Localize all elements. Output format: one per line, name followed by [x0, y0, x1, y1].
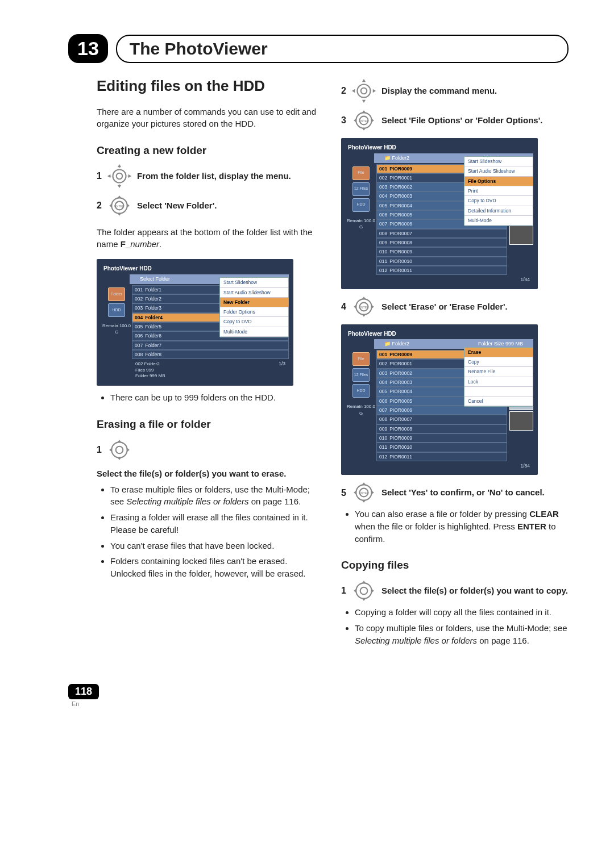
bullet: Folders containing locked files can't be… — [110, 555, 324, 580]
ss-side-icon: 12 Files — [352, 368, 370, 382]
bullet: Copying a folder will copy all the files… — [355, 606, 569, 619]
ss-side-icon: File — [352, 352, 370, 366]
ss-file-row: 012PIOR0011 — [376, 266, 507, 275]
svg-point-7 — [357, 84, 370, 97]
ss-file-row: 009PIOR0008 — [376, 238, 507, 247]
ss-side-icon: File — [352, 166, 370, 180]
ss-side-icon: HDD — [352, 384, 370, 398]
chapter-title: The PhotoViewer — [130, 39, 268, 58]
svg-point-1 — [117, 173, 123, 179]
svg-text:ENTER: ENTER — [359, 306, 369, 309]
copy-step-1: 1 Select the file(s) or folder(s) you wa… — [341, 579, 569, 603]
step-number: 1 — [97, 169, 102, 182]
svg-text:ENTER: ENTER — [359, 491, 369, 495]
ss-side-icon: 12 Files — [352, 182, 370, 196]
create-step-1: 1 From the folder list, display the menu… — [97, 164, 324, 188]
ss-title: PhotoViewer HDD — [346, 329, 533, 340]
erase-step-1: 1 Select the file(s) or folder(s) you wa… — [97, 438, 324, 480]
ss-menu-item: Folder Options — [220, 307, 288, 317]
right-step-3: 3 ENTER Select 'File Options' or 'Folder… — [341, 108, 569, 132]
ss-title: PhotoViewer HDD — [101, 264, 289, 274]
step-number: 5 — [341, 486, 346, 499]
ss-menu-item: New Folder — [220, 298, 288, 307]
erase-bullets: To erase multiple files or folders, use … — [102, 483, 324, 580]
ss-file-row: 011PIOR0010 — [376, 257, 507, 266]
enter-icon: ENTER — [352, 295, 376, 319]
ss-file-row: 010PIOR0009 — [376, 433, 507, 443]
ss-menu-item: Rename File — [464, 367, 533, 377]
bullet: To erase multiple files or folders, use … — [110, 483, 324, 508]
step-text: Select the file(s) or folder(s) you want… — [97, 468, 286, 480]
page-number: 118 — [68, 684, 99, 699]
ss-file-row: 010PIOR0009 — [376, 247, 507, 256]
step-number: 3 — [341, 114, 346, 127]
svg-point-8 — [361, 88, 367, 94]
ss-menu-item: Print — [464, 186, 533, 196]
step-text: Select the file(s) or folder(s) you want… — [381, 585, 568, 597]
screenshot-new-folder: PhotoViewer HDD Select Folder FolderHDDR… — [97, 259, 293, 386]
ss-file-row: 011PIOR0010 — [376, 443, 507, 452]
step-number: 2 — [97, 199, 102, 212]
step-text: Select 'Yes' to confirm, or 'No' to canc… — [381, 486, 545, 499]
step-text: Select 'File Options' or 'Folder Options… — [381, 114, 542, 127]
svg-point-5 — [111, 442, 127, 457]
step-text: Select 'New Folder'. — [137, 199, 217, 212]
chapter-number-badge: 13 — [68, 34, 108, 63]
create-step-2-body: The folder appears at the bottom of the … — [97, 226, 324, 251]
ss-file-row: 007Folder7 — [132, 341, 289, 350]
ss-side-icon: Folder — [108, 287, 125, 301]
ss-menu-item: Copy to DVD — [464, 196, 533, 206]
ss-title: PhotoViewer HDD — [346, 143, 533, 153]
intro-text: There are a number of commands you can u… — [97, 106, 324, 131]
subsection-erase: Erasing a file or folder — [97, 416, 324, 432]
svg-point-6 — [116, 446, 123, 453]
bullet: To copy multiple files or folders, use t… — [355, 622, 569, 647]
dpad-icon — [107, 164, 131, 188]
ss-menu-item: Erase — [464, 348, 533, 357]
right-step-5: 5 ENTER Select 'Yes' to confirm, or 'No'… — [341, 481, 569, 504]
screenshot-file-options: PhotoViewer HDD 📁 Folder2Folder Size 999… — [341, 138, 538, 289]
bullet: Erasing a folder will erase all the file… — [110, 511, 324, 536]
svg-text:ENTER: ENTER — [114, 205, 125, 208]
chapter-title-pill: The PhotoViewer — [116, 35, 569, 63]
ss-page-indicator: 1/84 — [520, 462, 530, 469]
svg-point-18 — [356, 583, 371, 598]
create-bullets: There can be up to 999 folders on the HD… — [102, 391, 324, 404]
enter-icon: ENTER — [352, 108, 376, 132]
ss-page-indicator: 1/3 — [279, 360, 285, 380]
step-number: 2 — [341, 84, 346, 97]
page-footer: 118 En — [68, 684, 569, 707]
enter-icon: ENTER — [107, 194, 131, 218]
create-step-2: 2 ENTER Select 'New Folder'. — [97, 194, 324, 218]
ss-menu-item: Multi-Mode — [220, 327, 288, 337]
right-column: 2 Display the command menu. 3 ENTER Sele… — [341, 73, 569, 650]
select-icon — [107, 438, 131, 462]
bullet: You can't erase files that have been loc… — [110, 540, 324, 552]
svg-point-0 — [113, 169, 126, 182]
bullet: There can be up to 999 folders on the HD… — [110, 391, 324, 404]
ss-side-icon: HDD — [352, 198, 370, 212]
step-text: Select 'Erase' or 'Erase Folder'. — [381, 301, 508, 313]
subsection-create: Creating a new folder — [97, 143, 324, 158]
subsection-copy: Copying files — [341, 557, 569, 573]
step-text: Display the command menu. — [381, 85, 497, 97]
ss-menu-item: Lock — [464, 377, 533, 387]
ss-remain: Remain 100.0 G — [347, 403, 375, 416]
ss-menu-item: Copy to DVD — [220, 317, 288, 327]
svg-text:ENTER: ENTER — [359, 119, 369, 123]
ss-menu-item: File Options — [464, 177, 533, 186]
bullet: You can also erase a file or folder by p… — [355, 508, 569, 545]
ss-menu-item — [464, 387, 533, 397]
screenshot-erase: PhotoViewer HDD 📁 Folder2Folder Size 999… — [341, 324, 538, 475]
step-text: From the folder list, display the menu. — [137, 170, 291, 182]
ss-page-indicator: 1/84 — [520, 276, 530, 283]
step-number: 1 — [341, 584, 346, 597]
ss-menu-item: Start Slideshow — [464, 157, 533, 166]
step-number: 4 — [341, 300, 346, 313]
chapter-header: 13 The PhotoViewer — [68, 34, 569, 63]
ss-file-row: 012PIOR0011 — [376, 452, 507, 461]
ss-menu-item: Copy — [464, 357, 533, 367]
ss-menu-item: Start Slideshow — [220, 278, 288, 287]
page-language: En — [72, 700, 569, 707]
step-number: 1 — [97, 443, 102, 456]
